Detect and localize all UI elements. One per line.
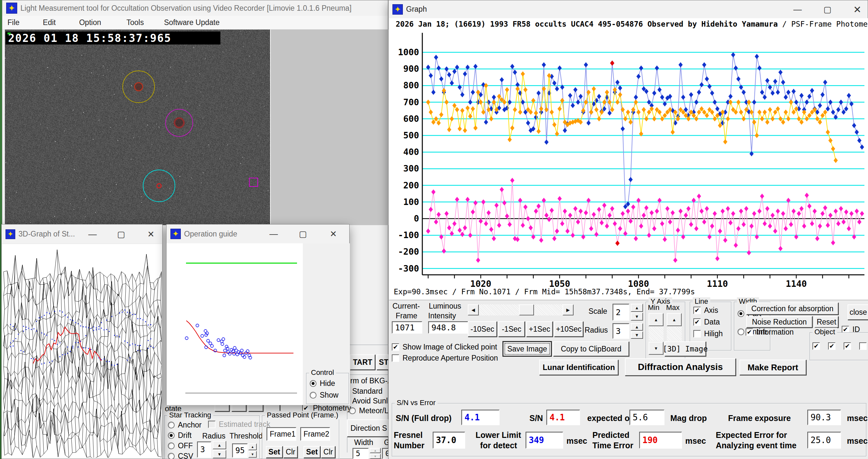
anchor-radio[interactable] [168,422,175,428]
lower-limit-field[interactable]: 349 [526,432,563,449]
frame-exposure-field[interactable]: 90.3 [807,410,841,425]
threshold-up-icon[interactable]: ▲ [248,443,257,450]
direction-button-fragment[interactable]: Direction S [347,419,391,437]
menu-file[interactable]: File [4,18,23,27]
ymax-up-icon[interactable]: ▲ [667,313,682,326]
save-image-button[interactable]: Save Image [503,341,552,356]
close-icon[interactable]: ✕ [144,228,158,241]
axis-checkbox[interactable]: ✔ [693,307,701,314]
aperture-square-marker[interactable] [249,178,258,187]
hide-option-row[interactable]: Hide [310,379,335,388]
drift-radio[interactable] [168,432,175,439]
entire-radio[interactable] [738,328,744,335]
minimize-icon[interactable]: — [85,228,100,241]
menu-edit[interactable]: Edit [40,18,59,27]
radius-up-icon[interactable]: ▲ [213,441,226,449]
diffraction-analysis-button[interactable]: Diffraction Analysis [625,358,736,376]
menu-tools[interactable]: Tools [123,18,147,27]
ymax-track[interactable] [667,327,682,341]
show-option-row[interactable]: Show [310,391,339,400]
csv-radio[interactable] [168,453,175,459]
off-radio[interactable] [168,442,175,449]
minus-10sec-button[interactable]: -10Sec [468,321,497,337]
predicted-error-field[interactable]: 190 [639,432,682,449]
tracking-csv-row[interactable]: CSV [168,452,193,459]
current-frame-field[interactable]: 1071 [392,321,422,334]
radius-down-icon[interactable]: ▼ [213,450,226,458]
scrollbar-thumb[interactable] [519,305,534,315]
threshold-spin-field[interactable]: 95 [232,443,248,458]
scrollbar-right-icon[interactable]: ▶ [562,305,574,315]
information-checkbox[interactable]: ✔ [746,328,753,336]
plus-10sec-button[interactable]: +10Sec [554,321,583,337]
clr2-button[interactable]: Clr [321,446,335,458]
data-check-row[interactable]: ✔ Data [693,318,720,326]
sn-full-field[interactable]: 4.1 [461,410,500,425]
expected-on-field[interactable]: 5.6 [629,410,664,425]
menu-software-update[interactable]: Software Update [161,18,223,27]
tracking-off-row[interactable]: OFF [168,441,193,450]
standard-option-fragment[interactable]: Standard [352,387,382,396]
threshold-down-icon[interactable]: ▼ [248,451,257,458]
frame2-field[interactable]: Frame2 [300,427,330,441]
radius-spin-field[interactable]: 3 [197,441,211,458]
fresnel-field[interactable]: 37.0 [433,432,465,449]
reproduce-row[interactable]: Reproduce Aperture Position [392,354,498,363]
hiligh-check-row[interactable]: Hiligh [693,329,723,338]
width-spin-field[interactable]: 5 [352,448,369,459]
scrollbar-left-icon[interactable]: ◀ [468,305,479,315]
menu-option[interactable]: Option [76,18,104,27]
plus-1sec-button[interactable]: +1Sec [526,321,553,337]
show-image-row[interactable]: ✔ Show Image of Clicked point [392,343,497,351]
scale-down-icon[interactable]: ▼ [631,313,643,321]
axis-check-row[interactable]: ✔ Axis [693,306,718,315]
object2-checkbox[interactable]: ✔ [828,342,836,350]
hide-radio[interactable] [310,380,316,387]
reset-button[interactable]: Reset [814,316,838,328]
scale-spin-field[interactable]: 2 [613,304,629,321]
avoid-sunlight-fragment[interactable]: Avoid Sunli [352,397,390,405]
correction-button[interactable]: Correction for absorption [746,303,838,315]
frame1-field[interactable]: Frame1 [267,427,297,441]
start-button-fragment[interactable]: TART [350,354,375,370]
scale-up-icon[interactable]: ▲ [631,304,643,312]
radius-down-icon[interactable]: ▼ [631,331,643,339]
tracking-drift-row[interactable]: Drift [168,431,191,440]
sn-field[interactable]: 4.1 [546,410,580,425]
make-report-button[interactable]: Make Report [740,360,806,375]
width-up-icon[interactable]: ▲ [370,448,381,453]
set1-button[interactable]: Set [266,446,283,458]
set2-button[interactable]: Set [304,446,320,458]
ymin-up-icon[interactable]: ▲ [649,313,663,326]
image-3d-button[interactable]: [3D] Image [664,341,706,356]
tracking-anchor-row[interactable]: Anchor [168,421,202,429]
ymin-down-icon[interactable]: ▼ [649,342,663,355]
hiligh-checkbox[interactable] [693,330,701,338]
data-checkbox[interactable]: ✔ [693,318,701,326]
minus-1sec-button[interactable]: -1Sec [498,321,525,337]
close-graph-button[interactable]: close [847,305,868,320]
light-curve-chart[interactable]: -300-200-1000100200300400500600700800900… [389,0,868,299]
reproduce-checkbox[interactable] [392,354,399,362]
luminous-field[interactable]: 948.8 [428,321,468,334]
radius-up-icon[interactable]: ▲ [631,323,643,331]
clr1-button[interactable]: Clr [283,446,298,458]
information-row[interactable]: ✔ Information [746,328,794,337]
show-radio[interactable] [310,392,316,399]
ymin-track[interactable] [649,327,663,341]
part-radio[interactable] [738,310,744,317]
object1-checkbox[interactable]: ✔ [812,342,820,350]
maximize-icon[interactable]: ▢ [296,227,310,240]
radius-spin-field[interactable]: 3 [613,323,629,339]
expected-error-field[interactable]: 25.0 [807,432,841,449]
lunar-identification-button[interactable]: Lunar Identification [539,360,618,375]
copy-clipboard-button[interactable]: Copy to ClipBoard [553,341,629,356]
object3-checkbox[interactable]: ✔ [844,342,851,350]
show-image-checkbox[interactable]: ✔ [392,343,399,351]
minimize-icon[interactable]: — [267,227,281,240]
maximize-icon[interactable]: ▢ [114,228,128,241]
close-icon[interactable]: ✕ [326,227,341,240]
noise-reduction-button[interactable]: Noise Reduction [746,316,812,328]
width-down-icon[interactable]: ▼ [370,454,381,459]
object4-checkbox[interactable] [859,342,867,350]
